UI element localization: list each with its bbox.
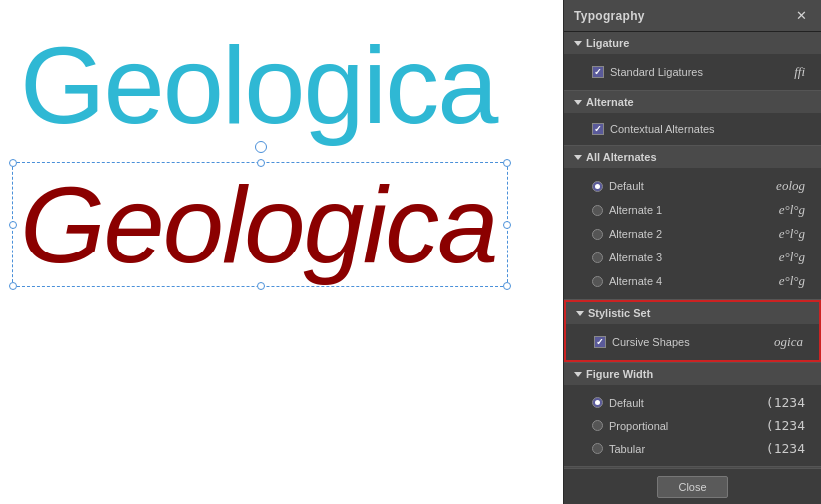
row-label-alternate-3: Alternate 3 <box>592 252 662 263</box>
section-label-figure-width: Figure Width <box>586 368 653 380</box>
section-label-all-alternates: All Alternates <box>586 151 657 163</box>
typography-panel: Typography ✕ Ligature Standard Ligatures… <box>563 0 821 504</box>
triangle-icon-stylistic-set <box>576 311 584 316</box>
row-cursive-shapes: Cursive Shapes ogica <box>566 330 819 354</box>
row-default-alternate: Default eolog <box>564 174 821 198</box>
row-label-alternate-4: Alternate 4 <box>592 275 662 287</box>
checkbox-cursive-shapes[interactable] <box>594 336 606 348</box>
radio-figure-tabular[interactable] <box>592 443 603 454</box>
panel-header: Typography ✕ <box>564 0 821 32</box>
panel-close-button[interactable]: ✕ <box>792 6 811 25</box>
value-alternate-2: e°l°g <box>779 226 805 242</box>
canvas-area: Geologica Geologica <box>0 0 563 504</box>
value-figure-default: (1234 <box>766 395 805 410</box>
panel-footer: Close <box>564 468 821 504</box>
label-alternate-2: Alternate 2 <box>609 228 662 240</box>
label-figure-default: Default <box>609 397 644 409</box>
section-body-figure-width: Default (1234 Proportional (1234 Tabular <box>564 385 821 466</box>
section-label-ligature: Ligature <box>586 37 629 49</box>
handle-mid-left[interactable] <box>9 221 17 229</box>
row-label-cursive-shapes: Cursive Shapes <box>594 336 690 348</box>
value-figure-proportional: (1234 <box>766 418 805 433</box>
radio-alternate-2[interactable] <box>592 229 603 240</box>
value-standard-ligatures: ffi <box>794 64 805 80</box>
section-header-alternate[interactable]: Alternate <box>564 91 821 113</box>
value-cursive-shapes: ogica <box>774 334 803 350</box>
label-alternate-4: Alternate 4 <box>609 275 662 287</box>
label-cursive-shapes: Cursive Shapes <box>612 336 690 348</box>
row-alternate-4: Alternate 4 e°l°g <box>564 269 821 293</box>
label-contextual-alternates: Contextual Alternates <box>610 123 715 135</box>
section-body-alternate: Contextual Alternates <box>564 113 821 145</box>
handle-top-left[interactable] <box>9 159 17 167</box>
section-all-alternates: All Alternates Default eolog Alternate 1… <box>564 146 821 299</box>
section-stylistic-set: Stylistic Set Cursive Shapes ogica <box>564 300 821 362</box>
row-label-figure-default: Default <box>592 397 644 409</box>
section-header-figure-width[interactable]: Figure Width <box>564 363 821 385</box>
text-geologica-bottom: Geologica <box>20 170 496 279</box>
value-default: eolog <box>776 178 805 194</box>
section-header-ligature[interactable]: Ligature <box>564 32 821 54</box>
text-geologica-bottom-wrapper[interactable]: Geologica <box>20 170 496 279</box>
value-alternate-4: e°l°g <box>779 273 805 289</box>
section-header-stylistic-set[interactable]: Stylistic Set <box>566 302 819 324</box>
radio-alternate-4[interactable] <box>592 276 603 287</box>
label-alternate-1: Alternate 1 <box>609 204 662 216</box>
label-default: Default <box>609 180 644 192</box>
text-geologica-top: Geologica <box>20 30 496 140</box>
checkbox-standard-ligatures[interactable] <box>592 66 604 78</box>
row-alternate-1: Alternate 1 e°l°g <box>564 198 821 222</box>
value-figure-tabular: (1234 <box>766 441 805 456</box>
radio-default[interactable] <box>592 181 603 192</box>
triangle-icon-figure-width <box>574 372 582 377</box>
radio-figure-default[interactable] <box>592 397 603 408</box>
section-label-stylistic-set: Stylistic Set <box>588 307 650 319</box>
row-alternate-3: Alternate 3 e°l°g <box>564 246 821 269</box>
row-contextual-alternates: Contextual Alternates <box>564 119 821 139</box>
triangle-icon-alternate <box>574 100 582 105</box>
row-label-standard-ligatures: Standard Ligatures <box>592 66 703 78</box>
radio-figure-proportional[interactable] <box>592 420 603 431</box>
handle-bot-left[interactable] <box>9 282 17 290</box>
row-label-default: Default <box>592 180 644 192</box>
row-label-alternate-1: Alternate 1 <box>592 204 662 216</box>
row-figure-tabular: Tabular (1234 <box>564 437 821 460</box>
value-alternate-1: e°l°g <box>779 202 805 218</box>
radio-alternate-3[interactable] <box>592 252 603 263</box>
section-body-all-alternates: Default eolog Alternate 1 e°l°g Alternat… <box>564 168 821 299</box>
row-standard-ligatures: Standard Ligatures ffi <box>564 60 821 84</box>
section-body-ligature: Standard Ligatures ffi <box>564 54 821 90</box>
handle-top-right[interactable] <box>503 159 511 167</box>
handle-mid-right[interactable] <box>503 221 511 229</box>
section-ligature: Ligature Standard Ligatures ffi <box>564 32 821 90</box>
row-label-figure-proportional: Proportional <box>592 420 668 432</box>
label-figure-tabular: Tabular <box>609 443 645 455</box>
row-alternate-2: Alternate 2 e°l°g <box>564 222 821 246</box>
panel-title: Typography <box>574 9 645 23</box>
section-figure-width: Figure Width Default (1234 Proportional … <box>564 363 821 466</box>
section-label-alternate: Alternate <box>586 96 634 108</box>
section-header-all-alternates[interactable]: All Alternates <box>564 146 821 168</box>
section-alternate: Alternate Contextual Alternates <box>564 91 821 145</box>
panel-content: Ligature Standard Ligatures ffi Alternat… <box>564 32 821 468</box>
label-alternate-3: Alternate 3 <box>609 252 662 263</box>
checkbox-contextual-alternates[interactable] <box>592 123 604 135</box>
section-body-stylistic-set: Cursive Shapes ogica <box>566 324 819 360</box>
label-figure-proportional: Proportional <box>609 420 668 432</box>
row-label-alternate-2: Alternate 2 <box>592 228 662 240</box>
radio-alternate-1[interactable] <box>592 205 603 216</box>
value-alternate-3: e°l°g <box>779 250 805 265</box>
triangle-icon-ligature <box>574 41 582 46</box>
triangle-icon-all-alternates <box>574 155 582 160</box>
label-standard-ligatures: Standard Ligatures <box>610 66 703 78</box>
row-label-contextual-alternates: Contextual Alternates <box>592 123 715 135</box>
row-figure-default: Default (1234 <box>564 391 821 414</box>
close-footer-button[interactable]: Close <box>657 476 727 498</box>
handle-bot-right[interactable] <box>503 282 511 290</box>
row-figure-proportional: Proportional (1234 <box>564 414 821 437</box>
row-label-figure-tabular: Tabular <box>592 443 645 455</box>
